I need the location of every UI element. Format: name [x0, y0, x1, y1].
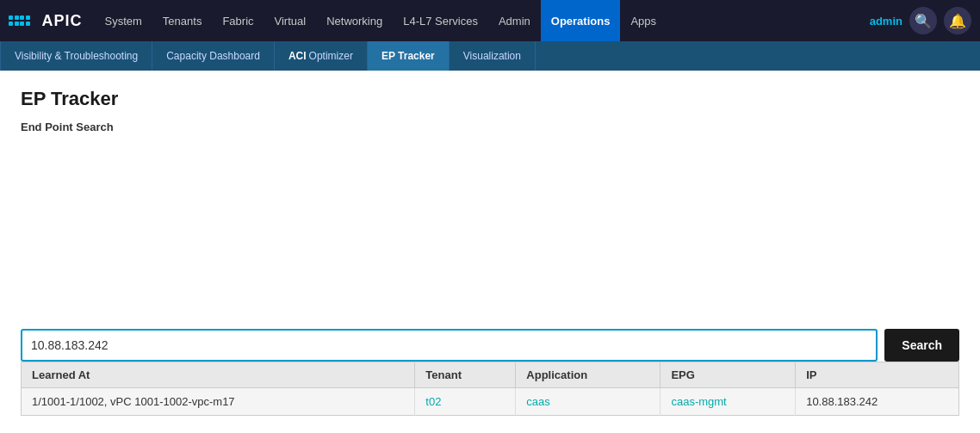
cisco-dots-icon: [9, 15, 30, 26]
nav-item-networking[interactable]: Networking: [316, 0, 393, 41]
nav-item-fabric[interactable]: Fabric: [212, 0, 264, 41]
cell-application[interactable]: caas: [516, 388, 661, 416]
col-header-learned-at: Learned At: [22, 362, 415, 388]
cisco-logo: [9, 15, 37, 26]
col-header-epg: EPG: [661, 362, 796, 388]
application-link[interactable]: caas: [526, 395, 549, 408]
sub-nav-capacity[interactable]: Capacity Dashboard: [152, 41, 275, 71]
nav-item-tenants[interactable]: Tenants: [152, 0, 213, 41]
optimizer-suffix: Optimizer: [309, 50, 353, 62]
table-row: 1/1001-1/1002, vPC 1001-1002-vpc-m17 t02…: [22, 388, 959, 416]
nav-item-system[interactable]: System: [95, 0, 152, 41]
epg-link[interactable]: caas-mgmt: [671, 395, 726, 408]
nav-item-operations[interactable]: Operations: [541, 0, 621, 41]
results-table: Learned At Tenant Application EPG IP 1/1…: [21, 362, 959, 416]
col-header-tenant: Tenant: [415, 362, 516, 388]
search-row: Search: [21, 329, 959, 362]
sub-nav-visibility[interactable]: Visibility & Troubleshooting: [0, 41, 152, 71]
nav-right: admin 🔍 🔔: [870, 7, 971, 34]
col-header-application: Application: [516, 362, 661, 388]
tenant-link[interactable]: t02: [425, 395, 441, 408]
nav-items: System Tenants Fabric Virtual Networking…: [95, 0, 870, 41]
cell-tenant[interactable]: t02: [415, 388, 516, 416]
section-label: End Point Search: [21, 121, 959, 133]
sub-nav-aci-optimizer[interactable]: ACI Optimizer: [275, 41, 368, 71]
nav-item-l4l7[interactable]: L4-L7 Services: [393, 0, 488, 41]
sub-nav-ep-tracker[interactable]: EP Tracker: [368, 41, 450, 71]
table-header-row: Learned At Tenant Application EPG IP: [22, 362, 959, 388]
content-area: EP Tracker End Point Search Search Learn…: [0, 71, 980, 433]
nav-item-admin[interactable]: Admin: [488, 0, 541, 41]
cell-ip: 10.88.183.242: [796, 388, 959, 416]
page-title: EP Tracker: [21, 88, 959, 110]
top-navbar: APIC System Tenants Fabric Virtual Netwo…: [0, 0, 980, 41]
cell-epg[interactable]: caas-mgmt: [661, 388, 796, 416]
search-icon[interactable]: 🔍: [909, 7, 937, 34]
admin-username: admin: [870, 15, 902, 28]
col-header-ip: IP: [796, 362, 959, 388]
nav-item-virtual[interactable]: Virtual: [264, 0, 317, 41]
sub-navbar: Visibility & Troubleshooting Capacity Da…: [0, 41, 980, 71]
sub-nav-visualization[interactable]: Visualization: [450, 41, 536, 71]
notifications-icon[interactable]: 🔔: [944, 7, 971, 34]
search-button[interactable]: Search: [884, 329, 959, 362]
nav-item-apps[interactable]: Apps: [620, 0, 667, 41]
cell-learned-at: 1/1001-1/1002, vPC 1001-1002-vpc-m17: [22, 388, 415, 416]
apic-logo-text: APIC: [42, 12, 83, 30]
aci-prefix: ACI: [288, 50, 307, 62]
search-input[interactable]: [21, 329, 878, 362]
search-area: Search Learned At Tenant Application EPG…: [21, 140, 959, 416]
